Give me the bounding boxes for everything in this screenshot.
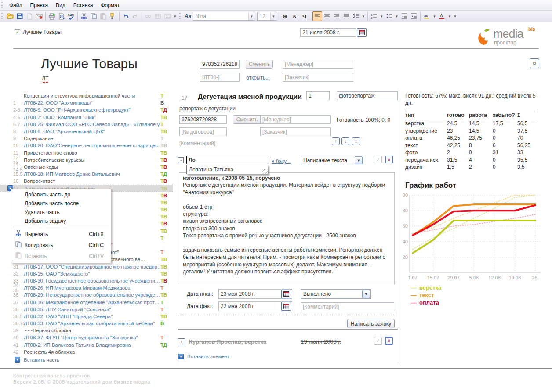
part-link[interactable]: ЛТ08-37: ФГУП "Центр судоремонта "Звездо… <box>24 335 160 340</box>
align-left-icon[interactable] <box>312 11 322 21</box>
list-item[interactable]: 31ЛТ08-17: ООО "Специализированное монта… <box>0 263 173 270</box>
project-checkbox[interactable]: ✓ <box>15 29 20 35</box>
resize-grip-icon[interactable] <box>262 169 268 174</box>
move-down-icon[interactable]: ↓ <box>341 137 349 145</box>
insert-part-dropdown-icon[interactable]: ▼ <box>15 357 20 363</box>
part-label[interactable]: Опасные коды <box>24 164 160 170</box>
context-menu-item[interactable]: Добавить часть после <box>12 199 110 208</box>
list-item[interactable]: 11Приветственное словоТВ <box>0 149 173 156</box>
chevron-down-icon[interactable]: ▼ <box>362 290 370 298</box>
table-icon[interactable] <box>153 11 163 21</box>
issue-date-input[interactable] <box>300 28 356 37</box>
preview-icon[interactable] <box>57 11 66 21</box>
list-item[interactable]: 15.5ЛТ08-18: ИП Матвеев Денис Витальевич… <box>0 171 173 178</box>
part-genre-input[interactable] <box>337 91 398 100</box>
part-link[interactable]: ЛТ08-20: ОАО"Северное лесопромышленное т… <box>24 143 160 148</box>
part-link[interactable]: ЛТ08-18: ИП Матвеев Денис Витальевич <box>24 171 160 177</box>
insert-part-row[interactable]: ▼Вставить часть <box>0 356 173 364</box>
task-collapse-icon[interactable]: ▪ <box>178 157 184 163</box>
project-customer-input[interactable] <box>283 73 353 82</box>
mail-icon[interactable] <box>34 11 44 21</box>
done-task-title[interactable]: Курганов Ярослав, верстка <box>189 338 266 345</box>
toolbar-overflow-icon[interactable]: ▾ <box>172 14 178 18</box>
part-link[interactable]: ЛТ08-16: Межрайонное отделение "Архангел… <box>24 300 160 305</box>
done-task-delete-icon[interactable]: × <box>385 337 393 345</box>
copy-icon[interactable] <box>89 11 98 21</box>
highlight-icon[interactable]: ab <box>422 11 432 21</box>
spellcheck-icon[interactable]: ABC <box>66 11 76 21</box>
move-up-icon[interactable]: ↑ <box>332 137 340 145</box>
part-isbn-input[interactable] <box>179 115 227 124</box>
list-item[interactable]: 34-35ЛТ08-26: ИП Мустафова Мириам Меджид… <box>0 284 173 291</box>
list-item[interactable]: 32ЛТ08-15: ОАО "Земкадастр"ТВ <box>0 270 173 277</box>
align-center-icon[interactable] <box>322 11 332 21</box>
move-both-icon[interactable]: ↕ <box>352 137 360 145</box>
list-item[interactable]: 1ЛТ08-22: ООО "Архминводы"В <box>0 99 173 106</box>
list-item[interactable]: 12-13Потребительские курьезыТВ <box>0 156 173 163</box>
cut-icon[interactable] <box>79 11 89 21</box>
task-description[interactable]: изготовление, к 2008-05-15, порученоРепо… <box>179 172 395 284</box>
chevron-down-icon[interactable]: ▾ <box>447 14 453 18</box>
context-menu-item[interactable]: Удалить часть <box>12 208 110 217</box>
part-label[interactable]: Приветственное слово <box>24 150 160 156</box>
list-item[interactable]: 16Вопрос-ответТВ <box>0 178 173 185</box>
part-label[interactable]: Концепция и структура информационной час… <box>24 93 160 98</box>
list-item[interactable]: Концепция и структура информационной час… <box>0 92 173 99</box>
calendar-icon[interactable] <box>281 302 291 311</box>
list-item[interactable]: 9СодержаниеТ <box>0 135 173 142</box>
suggestion-text[interactable]: Лопатина Татьяна <box>189 167 233 173</box>
menu-вставка[interactable]: Вставка <box>69 0 97 10</box>
chevron-down-icon[interactable]: ▼ <box>270 12 277 20</box>
list-item[interactable]: 4-5ЛТ08-7: ООО "Компания "Шик"ТВ <box>0 114 173 121</box>
chevron-down-icon[interactable]: ▾ <box>394 14 400 18</box>
context-menu-item[interactable]: ВырезатьCtrl+X <box>12 229 110 240</box>
bullet-list-icon[interactable] <box>385 11 394 21</box>
page-icon[interactable] <box>25 11 34 21</box>
chevron-down-icon[interactable]: ▼ <box>248 12 255 20</box>
part-manager-input[interactable] <box>260 115 331 124</box>
list-item[interactable]: 14-14.5Опасные кодыТВ <box>0 163 173 171</box>
align-right-icon[interactable] <box>332 11 341 21</box>
project-isbn-input[interactable] <box>200 60 240 69</box>
project-manager-input[interactable] <box>283 60 353 69</box>
part-link[interactable]: ЛТ08-9: ООО "РН-Архангельскнефтепродукт" <box>24 107 160 113</box>
save-icon[interactable] <box>15 11 25 21</box>
font-size-combo[interactable]: 12 ▼ <box>257 12 277 21</box>
paste-icon[interactable] <box>98 11 108 21</box>
part-link[interactable]: ЛТ08-15: ОАО "Земкадастр" <box>24 271 160 276</box>
link-icon[interactable] <box>143 11 153 21</box>
menu-файл[interactable]: Файл <box>5 0 26 10</box>
part-link[interactable]: ЛТ08-29: Негосударственное образовательн… <box>24 292 160 298</box>
part-link[interactable]: ЛТ08-6: ОАО "Архангельский ЦБК" <box>24 129 160 134</box>
font-dialog-icon[interactable]: Aa <box>183 11 193 21</box>
list-item[interactable]: 39~~~Первая обложка <box>0 327 173 334</box>
part-link[interactable]: ЛТ08-35: ЛПУ Санаторий "Солониха" <box>24 307 160 312</box>
open-icon[interactable] <box>5 11 15 21</box>
list-item[interactable]: 8ЛТ08-6: ОАО "Архангельский ЦБК"ТВ <box>0 128 173 135</box>
assignee-suggestion[interactable]: Лопатина Татьяна <box>186 165 268 174</box>
part-link[interactable]: ЛТ08-32: ОАО "ИПП "Правда Севера" <box>24 314 160 319</box>
part-comment-placeholder[interactable]: [Комментарий] <box>179 140 215 146</box>
toolbar-grip[interactable] <box>1 2 3 9</box>
insert-element-label[interactable]: Вставить элемент <box>187 354 230 359</box>
redo-icon[interactable] <box>131 11 140 21</box>
bold-button[interactable]: Ж <box>280 11 290 21</box>
numbered-list-icon[interactable]: 12 <box>369 11 379 21</box>
italic-button[interactable]: К <box>290 11 300 21</box>
calendar-icon[interactable] <box>357 28 367 37</box>
project-code-input[interactable] <box>200 73 240 82</box>
part-link[interactable]: ЛТ08-33: ОАО "Архангельская фабрика мягк… <box>24 321 160 326</box>
part-title[interactable]: Дегустация мясной продукции <box>198 93 302 101</box>
done-task-checkbox[interactable]: ✓ <box>374 337 382 345</box>
context-menu-item[interactable]: Добавить часть до <box>12 190 110 199</box>
part-link[interactable]: ЛТ08-7: ООО "Компания "Шик" <box>24 115 160 120</box>
chevron-down-icon[interactable]: ▾ <box>361 14 367 18</box>
chevron-down-icon[interactable]: ▾ <box>432 14 437 18</box>
part-link[interactable]: ЛТ08-2: ИП Валькова Татьяна Владимировна <box>24 342 160 348</box>
comment2-input[interactable] <box>301 302 394 311</box>
list-item[interactable]: 38.5ЛТ08-32: ОАО "ИПП "Правда Севера"ТВ <box>0 313 173 320</box>
list-item[interactable]: 38ЛТ08-35: ЛПУ Санаторий "Солониха"Т <box>0 306 173 313</box>
part-link[interactable]: ЛТ08-17: ООО "Специализированное монтажн… <box>24 264 160 269</box>
status-select[interactable]: Выполнено ▼ <box>301 289 371 299</box>
list-item[interactable]: 42Роснефть 4я обложка <box>0 348 173 356</box>
